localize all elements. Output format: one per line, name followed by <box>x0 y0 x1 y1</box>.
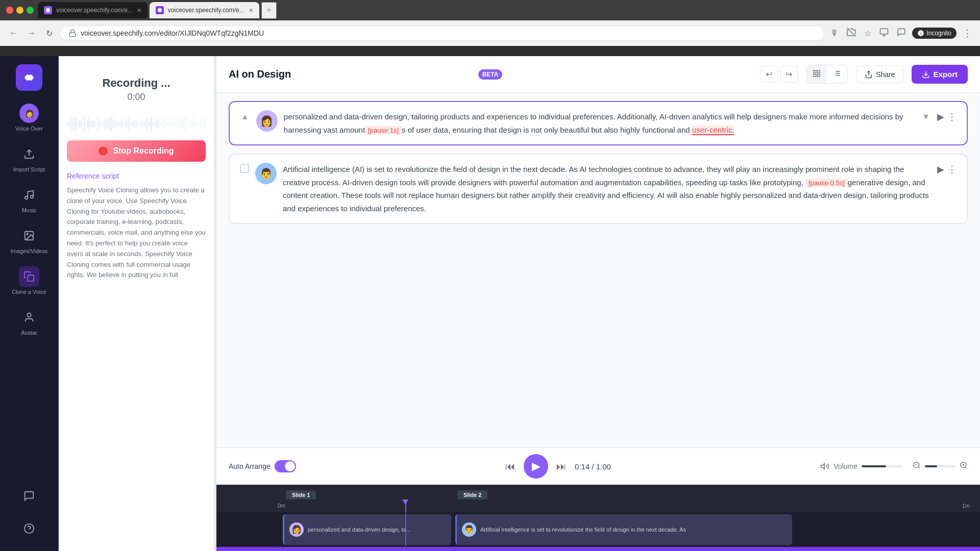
tab-bar: voiceover.speechify.com/e... ✕ voiceover… <box>38 2 974 19</box>
sidebar-item-voice-over[interactable]: 👩 Voice Over <box>0 99 58 136</box>
back-button[interactable]: ← <box>6 27 20 40</box>
skip-forward-button[interactable]: ⏭ <box>556 461 567 472</box>
microphone-nav-icon[interactable]: 🎙 <box>828 27 841 40</box>
svg-line-29 <box>965 467 967 468</box>
tab-inactive[interactable]: voiceover.speechify.com/e... ✕ <box>38 2 148 18</box>
slide-labels-row: Slide 1 Slide 2 <box>216 485 980 499</box>
zoom-in-icon <box>960 461 968 469</box>
slide1-track-avatar: 👩 <box>289 522 304 537</box>
timeline-bottom-bar <box>216 547 980 551</box>
svg-line-26 <box>918 467 920 468</box>
undo-button[interactable]: ↩ <box>760 66 778 83</box>
sidebar-item-clone[interactable]: Clone a Voice <box>0 262 58 299</box>
share-button[interactable]: Share <box>856 66 903 83</box>
list-view-button[interactable] <box>827 65 847 83</box>
voice-over-icon-container: 👩 <box>19 103 39 123</box>
browser-nav: ← → ↻ voiceover.speechify.com/editor/XIJ… <box>0 20 980 46</box>
slide1-track-text: personalized and data-driven design, ta.… <box>308 527 446 533</box>
svg-rect-2 <box>880 29 888 34</box>
close-window-button[interactable] <box>6 7 13 14</box>
lock-icon <box>68 29 77 37</box>
sidebar-item-images[interactable]: Images/Videos <box>0 221 58 258</box>
auto-arrange-label: Auto Arrange <box>229 462 271 470</box>
address-bar[interactable]: voiceover.speechify.com/editor/XIJlDNq0W… <box>60 26 824 41</box>
editor-area[interactable]: ▲ 👩 personalized and data-driven design,… <box>216 93 980 447</box>
extensions-icon[interactable] <box>895 26 908 41</box>
titlebar: voiceover.speechify.com/e... ✕ voiceover… <box>0 0 980 20</box>
tab-favicon-2 <box>156 6 164 14</box>
play-slide1-button[interactable]: ▶ <box>937 111 944 122</box>
recording-title: Recording ... <box>67 77 206 90</box>
tab-close-2[interactable]: ✕ <box>249 7 253 14</box>
zoom-slider[interactable] <box>925 465 955 467</box>
volume-slider[interactable] <box>862 465 902 467</box>
tab-label-2: voiceover.speechify.com/e... <box>168 7 244 14</box>
slide2-track[interactable]: 👨 Artificial intelligence is set to revo… <box>455 514 792 545</box>
zoom-fill <box>925 465 937 467</box>
recording-header: Recording ... 0:00 <box>67 66 206 108</box>
svg-rect-12 <box>814 70 816 73</box>
sidebar-item-music[interactable]: Music <box>0 181 58 217</box>
slide2-checkbox[interactable] <box>240 164 249 173</box>
collapse-slide1-button[interactable]: ▲ <box>240 111 250 122</box>
list-icon <box>833 69 841 78</box>
incognito-badge: Incognito <box>912 28 957 39</box>
music-label: Music <box>22 207 37 213</box>
slide1-text: personalized and data-driven design, tai… <box>284 110 915 136</box>
voice-over-avatar: 👩 <box>19 104 39 123</box>
new-tab-button[interactable]: + <box>261 2 277 19</box>
undo-redo-group: ↩ ↪ <box>760 66 798 83</box>
timeline: Slide 1 Slide 2 0m 1m 👩 personalized and… <box>216 485 980 551</box>
collapse-slide1-top[interactable]: ▼ <box>921 111 931 122</box>
maximize-window-button[interactable] <box>27 7 34 14</box>
sidebar: 👩 Voice Over Import Script Music <box>0 56 59 551</box>
auto-arrange-toggle[interactable] <box>275 460 296 472</box>
ref-script-text[interactable]: Speechify Voice Cloning allows you to cr… <box>67 185 206 297</box>
app-logo[interactable] <box>16 64 42 91</box>
recording-panel: Recording ... 0:00 Stop Recording Refere… <box>59 56 214 551</box>
redo-button[interactable]: ↪ <box>780 66 798 83</box>
camera-off-icon[interactable] <box>845 26 858 41</box>
skip-back-button[interactable]: ⏮ <box>505 461 516 472</box>
sidebar-item-help[interactable] <box>0 514 58 543</box>
stop-button-label: Stop Recording <box>113 146 174 156</box>
svg-marker-24 <box>821 464 825 469</box>
beta-badge: BETA <box>478 69 503 80</box>
slide1-pause-tag: [pause 1s] <box>365 126 402 135</box>
stop-recording-button[interactable]: Stop Recording <box>67 140 206 162</box>
cast-icon[interactable] <box>877 26 891 41</box>
tab-active[interactable]: voiceover.speechify.com/e... ✕ <box>150 2 259 18</box>
forward-button[interactable]: → <box>24 27 39 40</box>
more-slide2-button[interactable]: ⋮ <box>947 164 957 175</box>
star-icon[interactable]: ☆ <box>862 27 873 40</box>
svg-rect-14 <box>814 74 816 77</box>
play-slide2-button[interactable]: ▶ <box>937 164 944 175</box>
export-button[interactable]: Export <box>912 65 968 84</box>
volume-icon <box>820 462 829 471</box>
ruler-end: 1m <box>962 503 970 509</box>
svg-line-1 <box>847 28 856 37</box>
address-text: voiceover.speechify.com/editor/XIJlDNq0W… <box>81 29 816 37</box>
minimize-window-button[interactable] <box>16 7 23 14</box>
image-icon <box>23 230 35 241</box>
slide1-track[interactable]: 👩 personalized and data-driven design, t… <box>283 514 451 545</box>
ref-script-section: Reference script Speechify Voice Cloning… <box>67 172 206 297</box>
export-icon <box>922 70 930 79</box>
slide-card-1: ▲ 👩 personalized and data-driven design,… <box>229 101 968 145</box>
play-pause-button[interactable]: ▶ <box>524 454 548 479</box>
more-slide1-button[interactable]: ⋮ <box>947 111 957 122</box>
browser-menu-button[interactable]: ⋮ <box>961 26 974 41</box>
sidebar-item-chat[interactable] <box>0 482 58 510</box>
svg-rect-15 <box>817 74 820 77</box>
waveform-area <box>67 114 206 134</box>
zoom-in-button[interactable] <box>960 461 968 471</box>
reload-button[interactable]: ↻ <box>43 27 56 40</box>
sidebar-item-import[interactable]: Import Script <box>0 140 58 177</box>
tab-label-1: voiceover.speechify.com/e... <box>56 7 133 14</box>
tab-close-1[interactable]: ✕ <box>137 7 141 14</box>
zoom-out-button[interactable] <box>913 461 921 471</box>
volume-fill <box>862 465 886 467</box>
sidebar-item-avatar[interactable]: Avatar <box>0 303 58 340</box>
grid-view-button[interactable] <box>806 65 827 83</box>
import-icon <box>23 148 35 160</box>
